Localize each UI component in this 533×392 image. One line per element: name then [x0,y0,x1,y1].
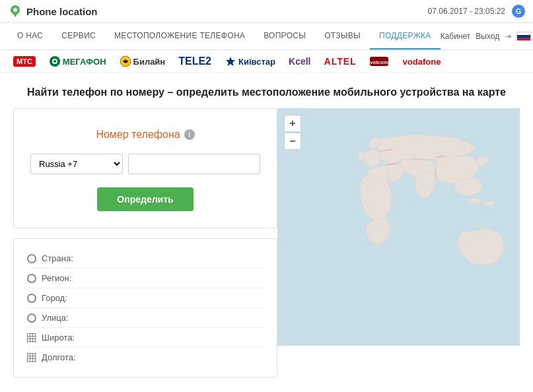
nav-user: Кабинет Выход ⇥ [441,32,532,41]
nav-links: О НАС СЕРВИС МЕСТОПОЛОЖЕНИЕ ТЕЛЕФОНА ВОП… [8,23,441,49]
header: Phone location 07.06.2017 - 23:05:22 G [0,0,533,23]
logout-link[interactable]: Выход [476,32,499,41]
header-right: 07.06.2017 - 23:05:22 G [428,5,525,18]
vodafone-label: vodafone [403,57,441,67]
map-controls: + − [284,115,301,150]
kyivstar-icon [225,55,236,67]
country-select[interactable]: Russia +7 Ukraine +380 Belarus +375 Kaza… [30,154,123,174]
nav-about[interactable]: О НАС [8,23,52,49]
info-row-lon: Долгота: [27,348,264,367]
form-card: Номер телефона i Russia +7 Ukraine +380 … [13,108,277,228]
svg-point-3 [14,9,17,12]
info-row-city: Город: [27,288,264,308]
nav-support[interactable]: ПОДДЕРЖКА [370,23,441,49]
info-icon[interactable]: i [184,129,195,140]
operator-tele2[interactable]: TELE2 [178,55,211,67]
logo-icon [8,4,22,18]
svg-text:velcom: velcom [370,59,388,65]
zoom-in-button[interactable]: + [284,115,301,132]
label-lon: Долгота: [42,352,81,362]
main-content: Номер телефона i Russia +7 Ukraine +380 … [0,108,533,391]
phone-label: Номер телефона i [30,129,260,141]
megafon-label: МЕГАФОН [63,57,106,67]
globe-icon-street [27,313,36,323]
grid-icon-lat [27,333,36,343]
search-button[interactable]: Определить [97,187,193,211]
label-city: Город: [42,293,81,303]
svg-marker-2 [13,13,18,17]
operator-kcell[interactable]: Kcell [289,56,310,67]
map-container: + − [277,108,520,346]
logo-text: Phone location [26,6,98,17]
operator-velcom[interactable]: velcom [370,55,390,67]
datetime: 07.06.2017 - 23:05:22 [428,7,505,16]
flag-icon [516,32,531,41]
svg-point-6 [53,60,56,63]
label-street: Улица: [42,313,81,323]
zoom-out-button[interactable]: − [284,133,301,150]
left-panel: Номер телефона i Russia +7 Ukraine +380 … [13,108,277,377]
operator-megafon[interactable]: МЕГАФОН [49,55,106,67]
operator-beeline[interactable]: Билайн [120,55,166,67]
info-row-street: Улица: [27,308,264,328]
globe-icon-country [27,254,36,263]
beeline-label: Билайн [133,57,166,67]
operator-vodafone[interactable]: vodafone [403,57,441,67]
operator-mts[interactable]: МТС [13,56,36,67]
google-icon[interactable]: G [512,5,525,18]
megafon-icon [49,55,61,67]
info-row-lat: Широта: [27,328,264,348]
info-card: Страна: Регион: Город: Улица: Широта: [13,238,277,377]
phone-input-row: Russia +7 Ukraine +380 Belarus +375 Kaza… [30,154,260,174]
nav-reviews[interactable]: ОТЗЫВЫ [315,23,370,49]
beeline-icon [120,55,131,67]
page-title: Найти телефон по номеру – определить мес… [0,73,533,108]
label-lat: Широта: [42,333,81,343]
mts-box: МТС [13,56,36,67]
nav-questions[interactable]: ВОПРОСЫ [254,23,315,49]
navbar: О НАС СЕРВИС МЕСТОПОЛОЖЕНИЕ ТЕЛЕФОНА ВОП… [0,23,533,50]
globe-icon-region [27,274,36,283]
map-svg [277,108,520,346]
velcom-icon: velcom [370,55,390,67]
svg-point-12 [468,198,483,204]
operators-bar: МТС МЕГАФОН Билайн TELE2 Київстар Kcell … [0,50,533,73]
logo: Phone location [8,4,98,18]
svg-point-13 [483,201,495,206]
phone-input[interactable] [128,154,260,174]
kyivstar-label: Київстар [238,57,275,67]
info-row-region: Регион: [27,269,264,288]
operator-kyivstar[interactable]: Київстар [225,55,275,67]
label-country: Страна: [42,253,81,263]
operator-altel[interactable]: ALTEL [324,56,357,67]
cabinet-link[interactable]: Кабинет [441,32,471,41]
globe-icon-city [27,294,36,303]
tele2-label: TELE2 [178,55,211,67]
info-row-country: Страна: [27,249,264,269]
logout-icon: ⇥ [505,32,511,41]
label-region: Регион: [42,273,81,283]
phone-label-text: Номер телефона [96,129,180,141]
svg-marker-8 [226,57,235,66]
grid-icon-lon [27,353,36,362]
kcell-label: Kcell [289,56,310,67]
nav-location[interactable]: МЕСТОПОЛОЖЕНИЕ ТЕЛЕФОНА [105,23,254,49]
altel-label: ALTEL [324,56,357,67]
nav-service[interactable]: СЕРВИС [52,23,105,49]
